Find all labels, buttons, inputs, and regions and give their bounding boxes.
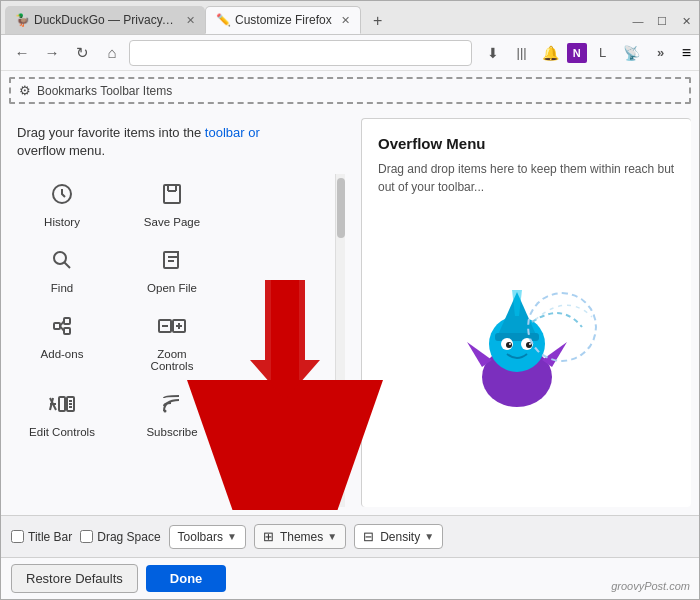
tab-title-ddg: DuckDuckGo — Privacy, sin	[34, 13, 177, 27]
svg-point-40	[509, 343, 511, 345]
title-bar-input[interactable]	[11, 530, 24, 543]
title-bar-checkbox[interactable]: Title Bar	[11, 530, 72, 544]
drag-space-label: Drag Space	[97, 530, 160, 544]
hamburger-menu[interactable]: ≡	[682, 44, 691, 62]
tab-close-customize[interactable]: ✕	[341, 14, 350, 27]
svg-line-6	[65, 263, 71, 269]
themes-grid-icon: ⊞	[263, 529, 274, 544]
item-add-ons[interactable]: Add-ons	[17, 306, 107, 380]
left-panel: Drag your favorite items into the toolba…	[1, 110, 361, 515]
overflow-menu-panel: Overflow Menu Drag and drop items here t…	[361, 118, 691, 507]
drop-target-circle	[527, 292, 597, 362]
mascot-svg	[427, 272, 627, 432]
density-dropdown[interactable]: ⊟ Density ▼	[354, 524, 443, 549]
svg-point-28	[164, 410, 167, 413]
tab-duckduckgo[interactable]: 🦆 DuckDuckGo — Privacy, sin ✕	[5, 6, 205, 34]
themes-chevron-icon: ▼	[327, 531, 337, 542]
toolbar-icons: ⬇ ||| 🔔 N L 📡 »	[480, 40, 674, 66]
reload-button[interactable]: ↻	[69, 40, 95, 66]
bookmarks-icon[interactable]: |||	[509, 40, 535, 66]
items-wrapper: History Save Page	[17, 174, 345, 507]
toolbars-label: Toolbars	[178, 530, 223, 544]
tab-favicon-customize: ✏️	[216, 13, 230, 27]
density-chevron-icon: ▼	[424, 531, 434, 542]
overflow-menu-title: Overflow Menu	[378, 135, 675, 152]
toolbars-chevron-icon: ▼	[227, 531, 237, 542]
svg-rect-10	[54, 323, 60, 329]
item-history[interactable]: History	[17, 174, 107, 236]
save-page-icon	[160, 182, 184, 212]
window-controls: — ☐ ✕	[629, 12, 695, 34]
navigation-toolbar: ← → ↻ ⌂ ⬇ ||| 🔔 N L 📡 » ≡	[1, 35, 699, 71]
themes-dropdown[interactable]: ⊞ Themes ▼	[254, 524, 346, 549]
edit-controls-icon	[48, 392, 76, 422]
tab-title-customize: Customize Firefox	[235, 13, 332, 27]
close-button[interactable]: ✕	[677, 12, 695, 30]
svg-rect-23	[59, 397, 65, 411]
add-ons-icon	[50, 314, 74, 344]
download-icon[interactable]: ⬇	[480, 40, 506, 66]
mascot-area	[427, 272, 627, 432]
item-open-file[interactable]: Open File	[127, 240, 217, 302]
tab-customize[interactable]: ✏️ Customize Firefox ✕	[205, 6, 361, 34]
drag-space-input[interactable]	[80, 530, 93, 543]
tab-close-ddg[interactable]: ✕	[186, 14, 195, 27]
item-zoom-controls[interactable]: Zoom Controls	[127, 306, 217, 380]
find-icon	[50, 248, 74, 278]
intro-text: Drag your favorite items into the toolba…	[17, 124, 345, 160]
bookmarks-toolbar-area: ⚙ Bookmarks Toolbar Items	[9, 77, 691, 104]
item-subscribe[interactable]: Subscribe	[127, 384, 217, 446]
item-edit-controls[interactable]: Edit Controls	[17, 384, 107, 446]
address-bar[interactable]	[129, 40, 472, 66]
svg-rect-1	[164, 185, 180, 203]
bottom-bar: Title Bar Drag Space Toolbars ▼ ⊞ Themes…	[1, 515, 699, 557]
edit-controls-label: Edit Controls	[29, 426, 95, 438]
item-find[interactable]: Find	[17, 240, 107, 302]
scrollbar-thumb[interactable]	[337, 178, 345, 238]
open-file-icon	[160, 248, 184, 278]
tab-favicon-ddg: 🦆	[15, 13, 29, 27]
save-page-label: Save Page	[144, 216, 200, 228]
overflow-menu-description: Drag and drop items here to keep them wi…	[378, 160, 675, 196]
bookmarks-toolbar-label: Bookmarks Toolbar Items	[37, 84, 172, 98]
action-bar: Restore Defaults Done	[1, 557, 699, 599]
maximize-button[interactable]: ☐	[653, 12, 671, 30]
svg-rect-12	[64, 328, 70, 334]
add-ons-label: Add-ons	[41, 348, 84, 360]
history-icon	[50, 182, 74, 212]
subscribe-label: Subscribe	[146, 426, 197, 438]
themes-label: Themes	[280, 530, 323, 544]
new-tab-button[interactable]: +	[365, 8, 391, 34]
svg-point-5	[54, 252, 66, 264]
watermark: groovyPost.com	[611, 580, 690, 592]
person-icon[interactable]: L	[590, 40, 616, 66]
bookmarks-toolbar-icon: ⚙	[19, 83, 31, 98]
scrollbar-track[interactable]	[335, 174, 345, 507]
browser-window: 🦆 DuckDuckGo — Privacy, sin ✕ ✏️ Customi…	[0, 0, 700, 600]
home-button[interactable]: ⌂	[99, 40, 125, 66]
main-content: Drag your favorite items into the toolba…	[1, 110, 699, 515]
item-save-page[interactable]: Save Page	[127, 174, 217, 236]
density-icon: ⊟	[363, 529, 374, 544]
back-button[interactable]: ←	[9, 40, 35, 66]
items-grid: History Save Page	[17, 174, 345, 446]
done-button[interactable]: Done	[146, 565, 227, 592]
drag-space-checkbox[interactable]: Drag Space	[80, 530, 160, 544]
find-label: Find	[51, 282, 73, 294]
toolbars-dropdown[interactable]: Toolbars ▼	[169, 525, 246, 549]
zoom-controls-label: Zoom Controls	[135, 348, 209, 372]
history-label: History	[44, 216, 80, 228]
forward-button[interactable]: →	[39, 40, 65, 66]
onenote-icon[interactable]: N	[567, 43, 587, 63]
restore-defaults-button[interactable]: Restore Defaults	[11, 564, 138, 593]
intro-highlight: toolbar or	[205, 125, 260, 140]
tab-bar: 🦆 DuckDuckGo — Privacy, sin ✕ ✏️ Customi…	[1, 1, 699, 35]
open-file-label: Open File	[147, 282, 197, 294]
overflow-button[interactable]: »	[648, 40, 674, 66]
minimize-button[interactable]: —	[629, 12, 647, 30]
svg-rect-11	[64, 318, 70, 324]
density-label: Density	[380, 530, 420, 544]
title-bar-label: Title Bar	[28, 530, 72, 544]
rss-icon[interactable]: 📡	[619, 40, 645, 66]
bell-icon[interactable]: 🔔	[538, 40, 564, 66]
